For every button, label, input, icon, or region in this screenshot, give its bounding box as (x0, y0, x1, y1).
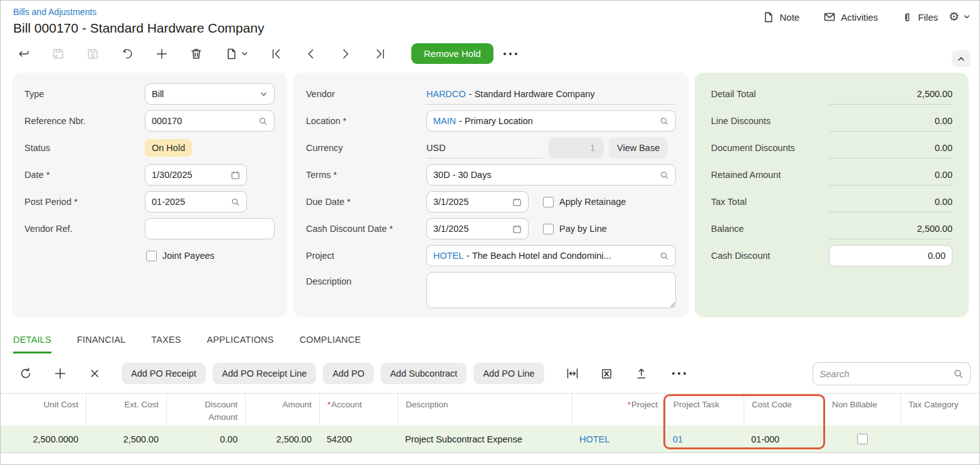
terms-label: Terms * (306, 170, 426, 180)
delete-row-button[interactable] (87, 366, 102, 381)
detail-tabs: DETAILS FINANCIAL TAXES APPLICATIONS COM… (13, 335, 361, 353)
cash-discount-label: Cash Discount (711, 251, 770, 261)
col-tax-category[interactable]: Tax Category (900, 394, 979, 426)
copy-paste-button[interactable] (224, 47, 249, 61)
cell-account[interactable]: 54200 (319, 426, 398, 452)
location-code-link[interactable]: MAIN (433, 116, 456, 126)
tab-compliance[interactable]: COMPLIANCE (300, 335, 361, 353)
first-record-button[interactable] (270, 47, 283, 61)
col-project[interactable]: *Project (572, 394, 665, 426)
cell-discount-amount[interactable]: 0.00 (166, 426, 245, 452)
cell-ext-cost[interactable]: 2,500.00 (86, 426, 166, 452)
line-discounts-label: Line Discounts (711, 116, 771, 126)
next-record-button[interactable] (339, 47, 352, 61)
activities-button[interactable]: Activities (823, 11, 878, 23)
currency-rate-value: 1 (590, 143, 595, 153)
add-subcontract-button[interactable]: Add Subcontract (381, 363, 466, 384)
add-po-line-button[interactable]: Add PO Line (473, 363, 544, 384)
reference-nbr-label: Reference Nbr. (24, 116, 145, 126)
tab-details[interactable]: DETAILS (13, 335, 51, 353)
add-po-receipt-line-button[interactable]: Add PO Receipt Line (213, 363, 316, 384)
last-record-button[interactable] (373, 47, 387, 61)
calendar-icon (231, 170, 240, 180)
col-non-billable[interactable]: Non Billable (824, 394, 900, 426)
add-new-button[interactable] (155, 47, 169, 61)
post-period-input[interactable]: 01-2025 (145, 191, 247, 212)
project-task-cell-link[interactable]: 01 (673, 434, 683, 444)
cell-tax-category[interactable] (900, 426, 979, 452)
col-amount[interactable]: Amount (245, 394, 319, 426)
chevron-down-icon (260, 90, 268, 98)
breadcrumb[interactable]: Bills and Adjustments (13, 7, 97, 17)
location-name: - Primary Location (459, 116, 660, 126)
tab-applications[interactable]: APPLICATIONS (207, 335, 274, 353)
tax-total-value: 0.00 (829, 191, 952, 212)
files-button[interactable]: Files (902, 11, 938, 23)
description-textarea[interactable] (426, 272, 676, 308)
project-cell-link[interactable]: HOTEL (579, 434, 609, 444)
settings-menu-button[interactable]: ⚙ (949, 11, 971, 23)
non-billable-checkbox[interactable] (857, 434, 868, 444)
add-po-button[interactable]: Add PO (323, 363, 374, 384)
reference-nbr-input[interactable]: 000170 (145, 110, 275, 132)
toolbar-more-icon[interactable] (500, 50, 521, 58)
date-input[interactable]: 1/30/2025 (145, 164, 247, 185)
view-base-button[interactable]: View Base (609, 137, 668, 159)
col-cost-code[interactable]: Cost Code (744, 394, 824, 426)
cell-cost-code[interactable]: 01-000 (744, 426, 824, 452)
pay-by-line-checkbox[interactable] (543, 224, 554, 234)
location-input[interactable]: MAIN - Primary Location (426, 110, 676, 132)
project-input[interactable]: HOTEL - The Beach Hotel and Condomini... (426, 245, 676, 266)
save-button (86, 47, 100, 61)
add-po-receipt-button[interactable]: Add PO Receipt (122, 363, 206, 384)
previous-record-button[interactable] (304, 47, 318, 61)
reference-nbr-value: 000170 (152, 116, 258, 126)
search-input[interactable] (819, 368, 953, 379)
col-discount-amount[interactable]: Discount Amount (166, 394, 245, 426)
note-label: Note (779, 12, 799, 23)
back-button[interactable] (17, 47, 31, 61)
tab-financial[interactable]: FINANCIAL (77, 335, 126, 353)
export-to-excel-icon[interactable] (599, 366, 614, 381)
project-code-link[interactable]: HOTEL (433, 251, 463, 261)
terms-input[interactable]: 30D - 30 Days (426, 164, 676, 185)
apply-retainage-label: Apply Retainage (559, 197, 626, 207)
vendor-ref-input[interactable] (145, 218, 275, 239)
col-description[interactable]: Description (398, 394, 572, 426)
search-icon (660, 170, 669, 180)
tab-taxes[interactable]: TAXES (151, 335, 181, 353)
remove-hold-button[interactable]: Remove Hold (411, 43, 493, 64)
apply-retainage-checkbox[interactable] (543, 197, 554, 207)
note-icon (762, 11, 774, 23)
currency-value[interactable]: USD (426, 137, 542, 159)
cash-discount-input[interactable]: 0.00 (829, 245, 952, 266)
add-row-button[interactable] (53, 366, 68, 381)
col-ext-cost[interactable]: Ext. Cost (86, 394, 166, 426)
due-date-input[interactable]: 3/1/2025 (426, 191, 529, 212)
collapse-summary-button[interactable] (952, 50, 971, 67)
search-icon (660, 117, 669, 126)
refresh-button[interactable] (18, 366, 33, 381)
cell-amount[interactable]: 2,500.00 (245, 426, 319, 452)
col-unit-cost[interactable]: Unit Cost (1, 394, 86, 426)
fit-to-screen-icon[interactable] (565, 366, 580, 381)
cell-description[interactable]: Project Subcontract Expense (398, 426, 572, 452)
note-button[interactable]: Note (762, 11, 799, 23)
upload-icon[interactable] (634, 366, 649, 381)
date-value: 1/30/2025 (152, 170, 231, 180)
grid-more-icon[interactable] (668, 370, 690, 377)
col-account[interactable]: *Account (319, 394, 398, 426)
delete-button[interactable] (189, 47, 203, 61)
cell-unit-cost[interactable]: 2,500.0000 (1, 426, 86, 452)
type-select[interactable]: Bill (145, 83, 275, 105)
col-project-task[interactable]: Project Task (665, 394, 744, 426)
post-period-value: 01-2025 (152, 197, 231, 207)
vendor-value[interactable]: HARDCO - Standard Hardware Company (426, 83, 676, 105)
cancel-undo-button[interactable] (120, 47, 134, 61)
joint-payees-checkbox[interactable] (146, 251, 157, 261)
search-icon (660, 251, 669, 261)
table-row[interactable]: 2,500.0000 2,500.00 0.00 2,500.00 54200 … (1, 426, 979, 453)
cash-discount-date-input[interactable]: 3/1/2025 (426, 218, 529, 239)
totals-panel: Detail Total 2,500.00 Line Discounts 0.0… (695, 73, 969, 317)
vendor-code-link[interactable]: HARDCO (426, 89, 466, 99)
